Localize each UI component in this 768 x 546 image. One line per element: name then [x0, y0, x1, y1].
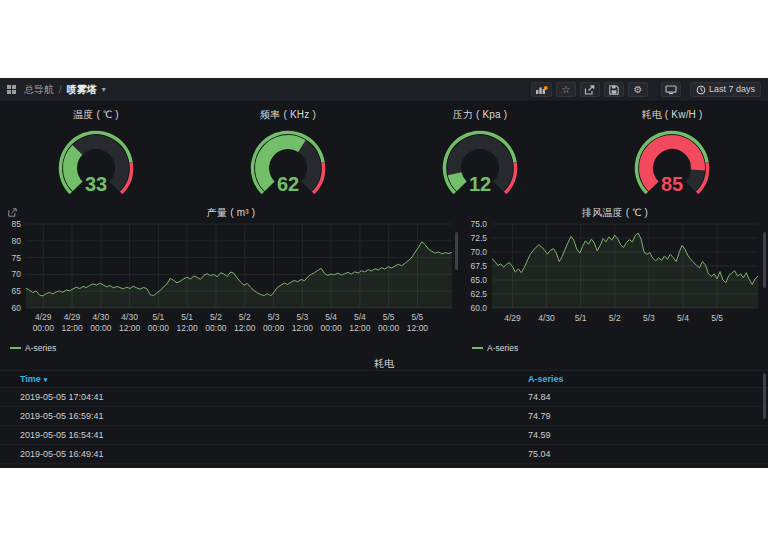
- add-panel-icon: [535, 85, 548, 95]
- panel-title[interactable]: 产量 ( m³ ): [207, 206, 255, 220]
- svg-text:70: 70: [12, 269, 22, 279]
- svg-text:62: 62: [277, 173, 299, 195]
- svg-text:65.0: 65.0: [470, 275, 487, 285]
- svg-text:4/30: 4/30: [538, 313, 555, 323]
- star-button[interactable]: ☆: [556, 82, 576, 97]
- grafana-dashboard: 总导航 / 喷雾塔 ▾ ☆: [0, 78, 768, 468]
- table-row: 2019-05-05 16:59:4174.79: [0, 407, 768, 426]
- svg-text:5/4: 5/4: [325, 312, 337, 322]
- column-header-a-series[interactable]: A-series: [528, 374, 564, 384]
- table-row: 2019-05-05 16:54:4174.59: [0, 426, 768, 445]
- series-color-dash: [10, 347, 21, 349]
- svg-text:4/30: 4/30: [93, 312, 110, 322]
- dashboard-grid-icon[interactable]: [7, 85, 16, 94]
- svg-text:00:00: 00:00: [33, 323, 55, 333]
- gear-icon: ⚙: [633, 85, 642, 95]
- svg-text:4/29: 4/29: [64, 312, 81, 322]
- clock-icon: [696, 85, 706, 95]
- svg-text:85: 85: [661, 173, 683, 195]
- panel-title[interactable]: 耗电 ( Kw/H ): [641, 108, 702, 122]
- time-range-label: Last 7 days: [709, 85, 755, 94]
- svg-text:5/4: 5/4: [354, 312, 366, 322]
- svg-text:60.0: 60.0: [470, 303, 487, 313]
- panel-temperature: 温度 ( ℃ ) 33: [0, 102, 192, 205]
- svg-text:12:00: 12:00: [349, 323, 371, 333]
- svg-text:12:00: 12:00: [407, 323, 429, 333]
- panel-exhaust-temp: 排风温度 ( ℃ ) 75.072.570.067.565.062.560.04…: [462, 205, 768, 355]
- svg-text:5/2: 5/2: [210, 312, 222, 322]
- cell-time: 2019-05-05 16:54:41: [0, 430, 528, 440]
- breadcrumb-root[interactable]: 总导航: [24, 83, 54, 97]
- svg-text:00:00: 00:00: [320, 323, 342, 333]
- svg-text:67.5: 67.5: [470, 261, 487, 271]
- series-color-dash: [472, 347, 483, 349]
- legend-label[interactable]: A-series: [25, 343, 56, 353]
- svg-text:5/5: 5/5: [412, 312, 424, 322]
- scrollbar-thumb[interactable]: [763, 373, 766, 419]
- svg-text:12:00: 12:00: [292, 323, 314, 333]
- save-icon: [609, 85, 619, 95]
- panel-title[interactable]: 温度 ( ℃ ): [73, 108, 119, 122]
- column-header-time[interactable]: Time▾: [0, 374, 528, 384]
- temperature-gauge: 33: [21, 123, 171, 205]
- cell-time: 2019-05-05 16:59:41: [0, 411, 528, 421]
- panel-title[interactable]: 频率 ( KHz ): [260, 108, 316, 122]
- sort-caret-icon: ▾: [44, 376, 48, 383]
- svg-text:75.0: 75.0: [470, 221, 487, 229]
- breadcrumb: 总导航 / 喷雾塔 ▾: [7, 83, 106, 97]
- output-chart: 8580757065604/2900:004/2912:004/3000:004…: [0, 221, 462, 337]
- panel-title[interactable]: 排风温度 ( ℃ ): [582, 206, 648, 220]
- svg-text:12:00: 12:00: [234, 323, 256, 333]
- legend-label[interactable]: A-series: [487, 343, 518, 353]
- external-link-icon[interactable]: [8, 208, 17, 219]
- svg-text:70.0: 70.0: [470, 247, 487, 257]
- time-range-picker[interactable]: Last 7 days: [690, 82, 761, 97]
- svg-text:00:00: 00:00: [205, 323, 227, 333]
- svg-text:4/29: 4/29: [35, 312, 52, 322]
- svg-text:72.5: 72.5: [470, 233, 487, 243]
- breadcrumb-current[interactable]: 喷雾塔: [67, 83, 97, 97]
- chevron-down-icon[interactable]: ▾: [102, 86, 106, 94]
- svg-text:75: 75: [12, 253, 22, 263]
- svg-text:80: 80: [12, 236, 22, 246]
- svg-text:5/1: 5/1: [152, 312, 164, 322]
- svg-text:33: 33: [85, 173, 107, 195]
- svg-text:5/2: 5/2: [609, 313, 621, 323]
- svg-text:4/30: 4/30: [121, 312, 138, 322]
- pressure-gauge: 12: [405, 123, 555, 205]
- cycle-view-button[interactable]: [661, 82, 681, 97]
- cell-value: 74.79: [528, 411, 551, 421]
- add-panel-button[interactable]: [531, 82, 552, 97]
- svg-text:5/5: 5/5: [711, 313, 723, 323]
- legend[interactable]: A-series: [10, 341, 462, 355]
- svg-text:12: 12: [469, 173, 491, 195]
- svg-text:5/3: 5/3: [268, 312, 280, 322]
- svg-text:5/1: 5/1: [181, 312, 193, 322]
- panel-title[interactable]: 压力 ( Kpa ): [453, 108, 508, 122]
- svg-text:00:00: 00:00: [90, 323, 112, 333]
- frequency-gauge: 62: [213, 123, 363, 205]
- svg-text:5/4: 5/4: [677, 313, 689, 323]
- scrollbar-thumb[interactable]: [763, 232, 766, 288]
- legend[interactable]: A-series: [472, 341, 768, 355]
- cell-value: 74.59: [528, 430, 551, 440]
- share-button[interactable]: [580, 82, 600, 97]
- panel-title[interactable]: 耗电: [0, 355, 768, 370]
- share-icon: [584, 85, 595, 95]
- svg-text:00:00: 00:00: [148, 323, 170, 333]
- monitor-icon: [665, 85, 677, 95]
- svg-text:5/1: 5/1: [575, 313, 587, 323]
- panel-output: 产量 ( m³ ) 8580757065604/2900:004/2912:00…: [0, 205, 462, 355]
- settings-button[interactable]: ⚙: [628, 82, 648, 97]
- power-gauge: 85: [597, 123, 747, 205]
- svg-text:5/5: 5/5: [383, 312, 395, 322]
- save-button[interactable]: [604, 82, 624, 97]
- svg-text:00:00: 00:00: [263, 323, 285, 333]
- charts-row: 产量 ( m³ ) 8580757065604/2900:004/2912:00…: [0, 205, 768, 355]
- svg-text:4/29: 4/29: [504, 313, 521, 323]
- breadcrumb-separator: /: [59, 84, 62, 95]
- cell-value: 74.84: [528, 392, 551, 402]
- scrollbar-thumb[interactable]: [455, 232, 458, 270]
- navbar: 总导航 / 喷雾塔 ▾ ☆: [0, 78, 768, 102]
- exhaust-temp-chart: 75.072.570.067.565.062.560.04/294/305/15…: [462, 221, 768, 337]
